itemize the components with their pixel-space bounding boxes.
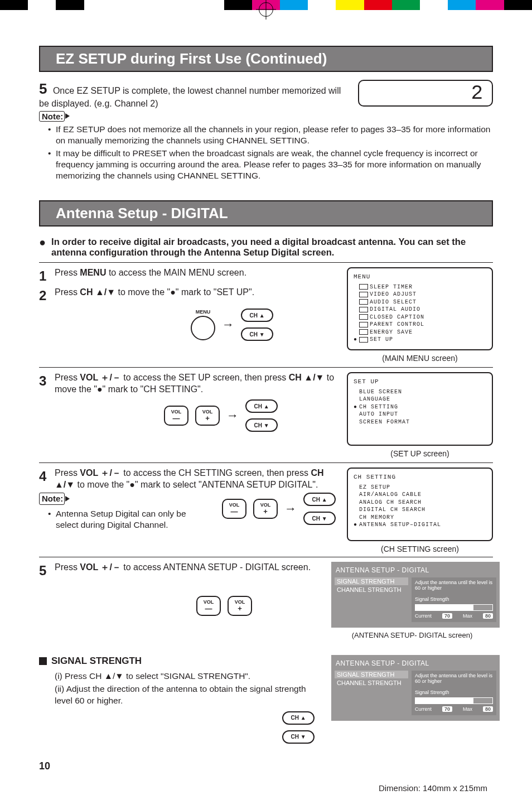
note-label: Note: bbox=[39, 493, 65, 505]
note-item: It may be difficult to PRESET when the b… bbox=[48, 148, 493, 181]
page-number: 10 bbox=[39, 760, 493, 772]
osd-menu-item: VIDEO ADJUST bbox=[354, 291, 486, 298]
arrow-icon: → bbox=[284, 501, 297, 517]
panel-item-channel-strength: CHANNEL STRENGTH bbox=[335, 586, 408, 594]
lead-paragraph: ● In order to receive digital air broadc… bbox=[39, 237, 493, 258]
lead-text: In order to receive digital air broadcas… bbox=[51, 237, 493, 258]
osd-title: MENU bbox=[354, 273, 486, 281]
ch-up-button: CH ▲ bbox=[245, 399, 278, 413]
osd-main-menu: MENU SLEEP TIMERVIDEO ADJUSTAUDIO SELECT… bbox=[347, 267, 493, 350]
arrow-icon: → bbox=[226, 408, 239, 424]
step-3-text: Press VOL ＋/－ to access the SET UP scree… bbox=[55, 372, 336, 396]
max-label: Max bbox=[463, 706, 472, 712]
osd-menu-item: AIR/ANALOG CABLE bbox=[354, 491, 486, 499]
osd-menu-item: AUDIO SELECT bbox=[354, 298, 486, 306]
ch-down-button: CH ▼ bbox=[245, 418, 278, 432]
divider bbox=[39, 462, 493, 463]
osd-caption: (CH SETTING screen) bbox=[347, 545, 493, 553]
step-5-intro: 5 Once EZ SETUP is complete, the lowest … bbox=[39, 80, 348, 110]
osd-item-icon bbox=[359, 307, 368, 312]
step-number: 3 bbox=[39, 372, 55, 396]
osd-menu-item: ANALOG CH SEARCH bbox=[354, 499, 486, 507]
osd-title: SET UP bbox=[354, 378, 486, 386]
panel-item-signal-strength: SIGNAL STRENGTH bbox=[335, 577, 408, 585]
osd-item-icon bbox=[359, 284, 368, 290]
panel-title: ANTENNA SETUP - DIGITAL bbox=[335, 565, 496, 577]
max-value: 80 bbox=[483, 613, 493, 619]
arrow-icon: → bbox=[222, 317, 234, 333]
osd-menu-item: ●CH SETTING bbox=[354, 403, 486, 411]
osd-menu-item: BLUE SCREEN bbox=[354, 388, 486, 396]
osd-menu-item: AUTO INPUT bbox=[354, 411, 486, 418]
sub-step-i: (i) Press CH ▲/▼ to select "SIGNAL STREN… bbox=[55, 671, 320, 682]
osd-menu-item: ●ANTENNA SETUP–DIGITAL bbox=[354, 521, 486, 529]
osd-item-icon bbox=[359, 337, 368, 343]
osd-title: CH SETTING bbox=[354, 473, 486, 481]
osd-menu-item: CLOSED CAPTION bbox=[354, 314, 486, 321]
max-value: 80 bbox=[483, 706, 493, 712]
note-label: Note: bbox=[39, 111, 65, 122]
step-number: 4 bbox=[39, 468, 55, 491]
current-label: Current bbox=[415, 706, 432, 712]
osd-menu-item: DIGITAL AUDIO bbox=[354, 306, 486, 314]
ch-down-button: CH ▼ bbox=[282, 730, 315, 744]
signal-gauge bbox=[415, 604, 493, 611]
dimension-note: Dimension: 140mm x 215mm bbox=[39, 783, 493, 793]
step-5-text: Press VOL ＋/－ to access ANTENNA SETUP - … bbox=[55, 562, 320, 579]
panel-hint: Adjust the antenna until the level is 60… bbox=[415, 673, 493, 684]
osd-caption: (ANTENNA SETUP- DIGITAL screen) bbox=[331, 631, 493, 639]
registration-mark-icon bbox=[259, 2, 273, 17]
step-2-text: Press CH ▲/▼ to move the "●" mark to "SE… bbox=[55, 287, 336, 304]
osd-item-icon bbox=[359, 292, 368, 297]
osd-menu-item: EZ SETUP bbox=[354, 484, 486, 492]
osd-menu-item: ENERGY SAVE bbox=[354, 329, 486, 336]
divider bbox=[39, 557, 493, 557]
panel-item-signal-strength: SIGNAL STRENGTH bbox=[335, 671, 408, 678]
ch-down-button: CH ▼ bbox=[303, 512, 336, 525]
note-item: If EZ SETUP does not memorize all the ch… bbox=[48, 124, 493, 146]
osd-menu-item: CH MEMORY bbox=[354, 514, 486, 522]
divider bbox=[39, 367, 493, 368]
osd-menu-item: ●SET UP bbox=[354, 336, 486, 344]
osd-caption: (MAIN MENU screen) bbox=[347, 354, 493, 363]
max-label: Max bbox=[463, 613, 472, 619]
osd-menu-item: SCREEN FORMAT bbox=[354, 418, 486, 426]
osd-item-icon bbox=[359, 322, 368, 327]
antenna-setup-panel: ANTENNA SETUP - DIGITAL SIGNAL STRENGTH … bbox=[331, 655, 500, 721]
ch-up-button: CH ▲ bbox=[282, 711, 315, 725]
osd-item-icon bbox=[359, 299, 368, 305]
gauge-label: Signal Strength bbox=[415, 690, 493, 695]
square-bullet-icon bbox=[39, 657, 47, 665]
current-value: 70 bbox=[442, 706, 452, 712]
vol-plus-button: VOL+ bbox=[195, 406, 220, 426]
osd-caption: (SET UP screen) bbox=[347, 449, 493, 458]
channel-number: 2 bbox=[471, 82, 484, 105]
panel-item-channel-strength: CHANNEL STRENGTH bbox=[335, 679, 408, 687]
step-1-text: Press MENU to access the MAIN MENU scree… bbox=[55, 267, 336, 285]
osd-menu-item: DIGITAL CH SEARCH bbox=[354, 506, 486, 514]
osd-item-icon bbox=[359, 314, 368, 320]
menu-button-icon bbox=[191, 316, 215, 340]
step-number: 5 bbox=[39, 80, 47, 97]
vol-plus-button: VOL+ bbox=[253, 499, 278, 519]
divider bbox=[39, 262, 493, 263]
osd-menu-item: PARENT CONTROL bbox=[354, 321, 486, 329]
step-5-text: Once EZ SETUP is complete, the lowest ch… bbox=[39, 86, 341, 108]
ch-up-button: CH ▲ bbox=[303, 493, 336, 506]
panel-title: ANTENNA SETUP - DIGITAL bbox=[335, 658, 496, 671]
osd-item-icon bbox=[359, 329, 368, 335]
ch-up-button: CH ▲ bbox=[241, 309, 273, 322]
step-number: 1 bbox=[39, 267, 55, 285]
sub-step-ii: (ii) Adjust the direction of the antenna… bbox=[55, 683, 320, 707]
vol-minus-button: VOL— bbox=[196, 596, 221, 616]
step-number: 5 bbox=[39, 562, 55, 579]
osd-menu-item: SLEEP TIMER bbox=[354, 283, 486, 291]
vol-minus-button: VOL— bbox=[164, 406, 188, 426]
osd-menu-item: LANGUAGE bbox=[354, 396, 486, 403]
ch-down-button: CH ▼ bbox=[241, 327, 273, 341]
step-4-text: Press VOL ＋/－ to access the CH SETTING s… bbox=[55, 468, 336, 491]
osd-setup: SET UP BLUE SCREENLANGUAGE●CH SETTINGAUT… bbox=[347, 372, 493, 446]
section-heading-antenna: Antenna Setup - DIGITAL bbox=[39, 200, 493, 227]
subsection-heading-signal-strength: SIGNAL STRENGTH bbox=[39, 655, 320, 667]
vol-plus-button: VOL+ bbox=[228, 596, 252, 616]
